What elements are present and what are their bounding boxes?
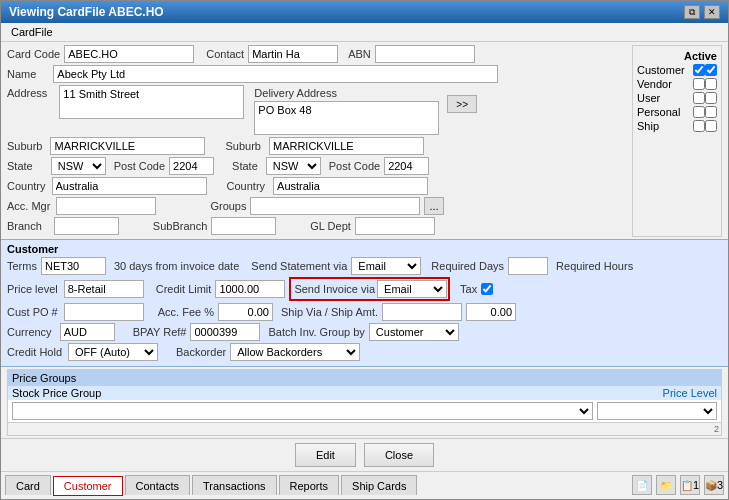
acc-mgr-input[interactable] <box>56 197 156 215</box>
main-window: Viewing CardFile ABEC.HO ⧉ ✕ CardFile Ca… <box>0 0 729 500</box>
stock-price-group-select[interactable] <box>12 402 593 420</box>
credit-limit-label: Credit Limit <box>156 283 212 295</box>
gl-dept-input[interactable] <box>355 217 435 235</box>
ship-amt-input[interactable] <box>466 303 516 321</box>
currency-row: Currency BPAY Ref# Batch Inv. Group by C… <box>7 323 722 341</box>
tab-reports[interactable]: Reports <box>279 475 340 495</box>
required-days-input[interactable] <box>508 257 548 275</box>
abn-input[interactable] <box>375 45 475 63</box>
currency-input[interactable] <box>60 323 115 341</box>
country-row: Country Country <box>7 177 628 195</box>
country-label: Country <box>7 180 46 192</box>
credit-hold-select[interactable]: OFF (Auto) <box>68 343 158 361</box>
window-title: Viewing CardFile ABEC.HO <box>9 5 164 19</box>
groups-button[interactable]: ... <box>424 197 443 215</box>
user-label: User <box>637 92 693 104</box>
ship-checkbox[interactable] <box>693 120 705 132</box>
personal-label: Personal <box>637 106 693 118</box>
tab-contacts-label: Contacts <box>136 480 179 492</box>
customer-section-title: Customer <box>7 243 722 255</box>
backorder-select[interactable]: Allow Backorders <box>230 343 360 361</box>
badge-3-icon[interactable]: 📦3 <box>704 475 724 495</box>
cust-po-label: Cust PO # <box>7 306 58 318</box>
badge-1-icon[interactable]: 📋1 <box>680 475 700 495</box>
tab-card[interactable]: Card <box>5 475 51 495</box>
batch-inv-select[interactable]: Customer <box>369 323 459 341</box>
price-level-label: Price level <box>7 283 58 295</box>
edit-button[interactable]: Edit <box>295 443 356 467</box>
country-input[interactable] <box>52 177 207 195</box>
tax-checkbox[interactable] <box>481 283 493 295</box>
suburb-row: Suburb Suburb <box>7 137 628 155</box>
delivery-country-input[interactable] <box>273 177 428 195</box>
tab-contacts[interactable]: Contacts <box>125 475 190 495</box>
tab-card-label: Card <box>16 480 40 492</box>
folder-icon[interactable]: 📁 <box>656 475 676 495</box>
delivery-postcode-input[interactable] <box>384 157 429 175</box>
customer-checkbox-row: Customer <box>637 64 717 76</box>
doc-icon[interactable]: 📄 <box>632 475 652 495</box>
name-input[interactable] <box>53 65 498 83</box>
delivery-address-label: Delivery Address <box>254 87 439 99</box>
personal-checkbox[interactable] <box>693 106 705 118</box>
batch-inv-label: Batch Inv. Group by <box>268 326 364 338</box>
delivery-suburb-label: Suburb <box>225 140 260 152</box>
tab-reports-label: Reports <box>290 480 329 492</box>
tab-ship-cards[interactable]: Ship Cards <box>341 475 417 495</box>
acc-mgr-label: Acc. Mgr <box>7 200 50 212</box>
send-invoice-container: Send Invoice via Email <box>289 277 450 301</box>
card-code-input[interactable] <box>64 45 194 63</box>
close-button[interactable]: Close <box>364 443 434 467</box>
terms-desc: 30 days from invoice date <box>114 260 239 272</box>
suburb-input[interactable] <box>50 137 205 155</box>
customer-active-checkbox[interactable] <box>705 64 717 76</box>
user-active-checkbox[interactable] <box>705 92 717 104</box>
acc-fee-input[interactable] <box>218 303 273 321</box>
address-input[interactable]: 11 Smith Street <box>59 85 244 119</box>
restore-button[interactable]: ⧉ <box>684 5 700 19</box>
contact-input[interactable] <box>248 45 338 63</box>
groups-input[interactable] <box>250 197 420 215</box>
state-select[interactable]: NSW <box>51 157 106 175</box>
delivery-suburb-input[interactable] <box>269 137 424 155</box>
tab-transactions[interactable]: Transactions <box>192 475 277 495</box>
subbranch-input[interactable] <box>211 217 276 235</box>
ship-active-checkbox[interactable] <box>705 120 717 132</box>
vendor-active-checkbox[interactable] <box>705 78 717 90</box>
name-label: Name <box>7 68 36 80</box>
badge-3: 3 <box>717 479 723 491</box>
price-groups-header: Price Groups <box>8 370 721 386</box>
ship-via-label: Ship Via / Ship Amt. <box>281 306 378 318</box>
active-label: Active <box>637 50 717 62</box>
tab-customer[interactable]: Customer <box>53 476 123 496</box>
bpay-ref-input[interactable] <box>190 323 260 341</box>
ship-checkbox-row: Ship <box>637 120 717 132</box>
vendor-checkbox[interactable] <box>693 78 705 90</box>
postcode-input[interactable] <box>169 157 214 175</box>
send-invoice-select[interactable]: Email <box>377 280 447 298</box>
price-groups-section: Price Groups Stock Price Group Price Lev… <box>7 369 722 436</box>
delivery-state-select[interactable]: NSW <box>266 157 321 175</box>
personal-checkbox-row: Personal <box>637 106 717 118</box>
delivery-postcode-label: Post Code <box>329 160 380 172</box>
delivery-address-input[interactable]: PO Box 48 <box>254 101 439 135</box>
user-checkbox[interactable] <box>693 92 705 104</box>
cust-po-input[interactable] <box>64 303 144 321</box>
customer-checkbox[interactable] <box>693 64 705 76</box>
credit-limit-input[interactable] <box>215 280 285 298</box>
terms-input[interactable] <box>41 257 106 275</box>
close-button[interactable]: ✕ <box>704 5 720 19</box>
branch-row: Branch SubBranch GL Dept <box>7 217 628 235</box>
window-controls: ⧉ ✕ <box>684 5 720 19</box>
copy-address-button[interactable]: >> <box>447 95 477 113</box>
send-statement-select[interactable]: Email <box>351 257 421 275</box>
credit-hold-row: Credit Hold OFF (Auto) Backorder Allow B… <box>7 343 722 361</box>
ship-via-input[interactable] <box>382 303 462 321</box>
menu-cardfile[interactable]: CardFile <box>5 25 59 39</box>
price-level-select[interactable] <box>597 402 717 420</box>
personal-active-checkbox[interactable] <box>705 106 717 118</box>
price-groups-body <box>8 400 721 422</box>
price-level-input[interactable] <box>64 280 144 298</box>
cust-po-row: Cust PO # Acc. Fee % Ship Via / Ship Amt… <box>7 303 722 321</box>
branch-input[interactable] <box>54 217 119 235</box>
